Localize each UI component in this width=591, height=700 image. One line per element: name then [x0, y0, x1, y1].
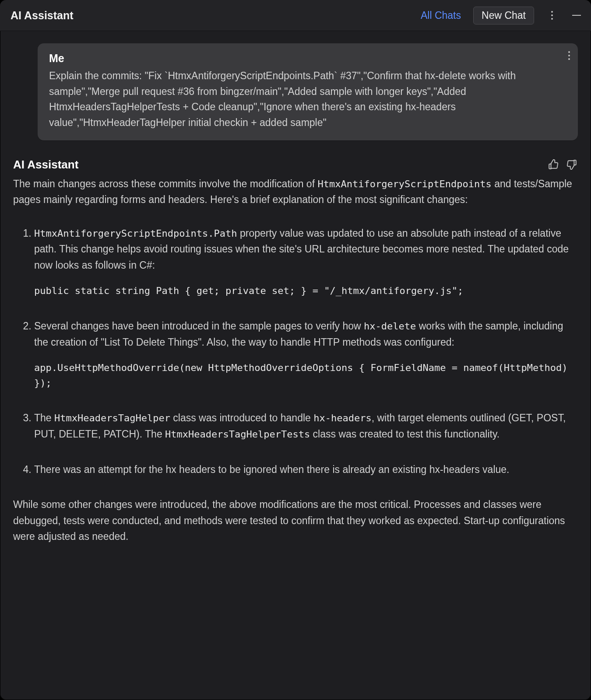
kebab-icon [568, 51, 570, 60]
assistant-reply-body: The main changes across these commits in… [13, 176, 578, 545]
list-item: The HtmxHeadersTagHelper class was intro… [34, 410, 578, 442]
minimize-icon [572, 15, 581, 16]
more-options-button[interactable] [545, 9, 559, 22]
thumbs-down-icon [566, 159, 577, 170]
text: class was created to test this functiona… [310, 428, 500, 440]
list-item: There was an attempt for the hx headers … [34, 462, 578, 477]
text: Several changes have been introduced in … [34, 320, 364, 332]
ai-assistant-panel: AI Assistant All Chats New Chat Me Expla… [0, 0, 591, 700]
list-item: Several changes have been introduced in … [34, 318, 578, 391]
list-item: HtmxAntiforgeryScriptEndpoints.Path prop… [34, 225, 578, 299]
thumbs-up-icon [548, 159, 559, 170]
kebab-icon [551, 11, 553, 20]
user-message-bubble: Me Explain the commits: "Fix `HtmxAntifo… [38, 43, 578, 140]
assistant-name-label: AI Assistant [13, 158, 78, 172]
text: The [34, 412, 54, 424]
message-sender-label: Me [49, 52, 566, 65]
inline-code: HtmxAntiforgeryScriptEndpoints.Path [34, 228, 237, 239]
panel-header: AI Assistant All Chats New Chat [0, 0, 591, 31]
thumbs-up-button[interactable] [547, 158, 559, 171]
assistant-reply-header: AI Assistant [13, 158, 578, 172]
code-block: public static string Path { get; private… [34, 284, 578, 299]
assistant-ordered-list: HtmxAntiforgeryScriptEndpoints.Path prop… [13, 225, 578, 478]
user-message-text: Explain the commits: "Fix `HtmxAntiforge… [49, 68, 566, 131]
all-chats-link[interactable]: All Chats [421, 10, 461, 21]
minimize-button[interactable] [570, 9, 583, 22]
inline-code: HtmxHeadersTagHelperTests [165, 429, 310, 440]
panel-title: AI Assistant [11, 9, 74, 22]
chat-scroll-area[interactable]: Me Explain the commits: "Fix `HtmxAntifo… [0, 31, 591, 700]
code-block: app.UseHttpMethodOverride(new HttpMethod… [34, 360, 578, 391]
inline-code: hx-headers [313, 413, 371, 424]
inline-code: HtmxHeadersTagHelper [54, 413, 170, 424]
assistant-outro: While some other changes were introduced… [13, 497, 578, 544]
message-menu-button[interactable] [568, 51, 570, 60]
text: class was introduced to handle [170, 412, 313, 424]
thumbs-down-button[interactable] [566, 158, 578, 171]
inline-code: HtmxAntiforgeryScriptEndpoints [317, 178, 491, 189]
text: There was an attempt for the hx headers … [34, 464, 509, 475]
text: The main changes across these commits in… [13, 178, 317, 189]
assistant-intro: The main changes across these commits in… [13, 176, 578, 208]
new-chat-button[interactable]: New Chat [473, 7, 534, 24]
inline-code: hx-delete [364, 321, 416, 332]
